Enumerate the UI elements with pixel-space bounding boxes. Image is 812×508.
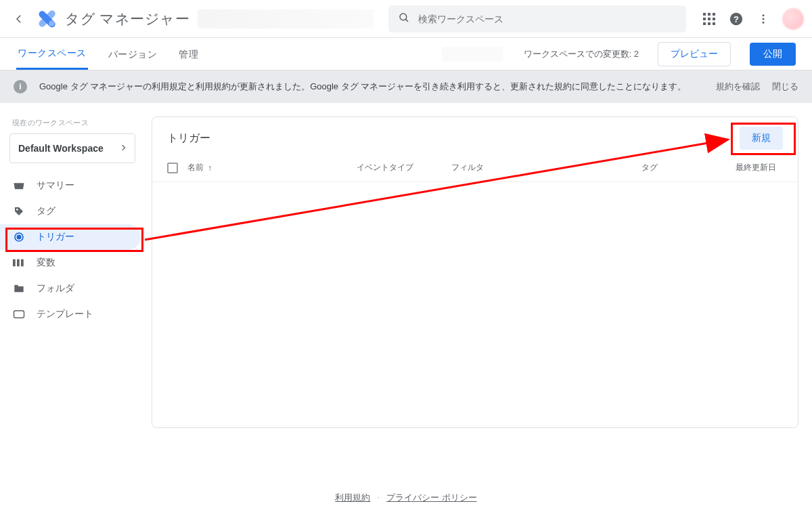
svg-point-18: [763, 21, 765, 23]
sidebar-item-templates[interactable]: テンプレート: [0, 301, 145, 327]
gtm-logo-icon: [38, 9, 57, 28]
svg-point-3: [400, 14, 407, 20]
svg-rect-9: [708, 18, 710, 20]
column-label: 名前: [187, 162, 204, 173]
container-id-redacted: [442, 47, 503, 62]
account-info-redacted: [198, 9, 374, 28]
sidebar-item-variables[interactable]: 変数: [0, 250, 145, 276]
svg-point-21: [17, 235, 20, 238]
sidebar-item-label: 変数: [37, 257, 55, 269]
workspace-name: Default Workspace: [18, 143, 104, 154]
sidebar-item-tags[interactable]: タグ: [0, 198, 145, 224]
more-icon[interactable]: [755, 11, 771, 27]
help-icon[interactable]: ?: [728, 11, 744, 27]
svg-point-2: [49, 20, 55, 26]
svg-point-16: [763, 14, 765, 16]
column-label: イベントタイプ: [357, 162, 413, 173]
tag-icon: [12, 206, 26, 217]
column-tag[interactable]: タグ: [624, 162, 658, 173]
footer: 利用規約 · プライバシー ポリシー: [0, 492, 812, 504]
column-filter[interactable]: フィルタ: [451, 162, 624, 173]
user-avatar[interactable]: [782, 8, 804, 30]
svg-line-4: [406, 19, 409, 22]
review-terms-link[interactable]: 規約を確認: [716, 81, 760, 93]
folder-icon: [12, 284, 26, 293]
select-all-checkbox[interactable]: [167, 163, 178, 173]
product-title: タグ マネージャー: [65, 9, 189, 28]
template-icon: [12, 310, 26, 319]
sidebar-item-label: サマリー: [37, 179, 74, 192]
svg-rect-11: [703, 22, 706, 25]
terms-link[interactable]: 利用規約: [335, 492, 370, 504]
sidebar-item-label: フォルダ: [37, 282, 74, 295]
svg-text:?: ?: [734, 14, 739, 24]
svg-rect-25: [14, 311, 24, 318]
column-label: フィルタ: [451, 162, 484, 173]
separator-dot: ·: [377, 492, 380, 504]
svg-rect-22: [13, 259, 16, 267]
tab-versions[interactable]: バージョン: [107, 39, 159, 69]
summary-icon: [12, 181, 26, 190]
sidebar-item-label: タグ: [37, 205, 55, 217]
svg-rect-5: [703, 13, 706, 16]
trigger-icon: [12, 232, 26, 242]
svg-point-17: [763, 18, 765, 20]
sidebar-item-label: トリガー: [37, 231, 74, 243]
column-event-type[interactable]: イベントタイプ: [357, 162, 451, 173]
back-button[interactable]: [8, 13, 30, 25]
sidebar-item-summary[interactable]: サマリー: [0, 173, 145, 198]
variables-icon: [12, 259, 26, 267]
tab-admin[interactable]: 管理: [177, 39, 200, 69]
search-input[interactable]: [418, 14, 677, 24]
workspace-selector[interactable]: Default Workspace: [9, 133, 135, 163]
privacy-link[interactable]: プライバシー ポリシー: [386, 492, 477, 504]
sidebar-item-folders[interactable]: フォルダ: [0, 276, 145, 301]
svg-rect-24: [21, 259, 24, 267]
svg-rect-12: [708, 22, 710, 25]
info-icon: i: [14, 80, 27, 93]
triggers-card: トリガー 新規 名前 ↑ イベントタイプ フィルタ タグ: [152, 117, 798, 428]
svg-point-19: [16, 209, 18, 211]
workspace-changes-label: ワークスペースでの変更数: 2: [524, 48, 639, 60]
card-title: トリガー: [167, 131, 210, 146]
close-notice-link[interactable]: 閉じる: [772, 81, 798, 93]
apps-icon[interactable]: [701, 11, 717, 27]
column-updated[interactable]: 最終更新日: [658, 162, 783, 173]
table-header: 名前 ↑ イベントタイプ フィルタ タグ 最終更新日: [152, 155, 798, 182]
new-trigger-button[interactable]: 新規: [740, 127, 783, 150]
svg-rect-13: [713, 22, 715, 25]
svg-rect-6: [708, 13, 710, 16]
svg-rect-8: [703, 18, 706, 20]
current-workspace-label: 現在のワークスペース: [0, 114, 145, 132]
search-icon: [398, 12, 410, 26]
svg-rect-10: [713, 18, 715, 20]
sidebar-item-label: テンプレート: [37, 308, 93, 320]
column-name[interactable]: 名前 ↑: [187, 162, 357, 173]
sort-ascending-icon: ↑: [208, 163, 212, 173]
preview-button[interactable]: プレビュー: [658, 42, 731, 66]
notice-message: Google タグ マネージャーの利用規定と利用規約が更新されました。Googl…: [39, 81, 704, 93]
column-label: タグ: [641, 162, 658, 173]
sidebar-item-triggers[interactable]: トリガー: [0, 224, 141, 250]
publish-button[interactable]: 公開: [750, 43, 796, 66]
terms-update-notice: i Google タグ マネージャーの利用規定と利用規約が更新されました。Goo…: [0, 70, 812, 103]
svg-rect-23: [17, 259, 20, 267]
svg-rect-7: [713, 13, 715, 16]
tab-workspace[interactable]: ワークスペース: [16, 38, 88, 70]
chevron-right-icon: [120, 143, 127, 154]
search-box[interactable]: [388, 5, 686, 33]
column-label: 最終更新日: [736, 162, 776, 173]
